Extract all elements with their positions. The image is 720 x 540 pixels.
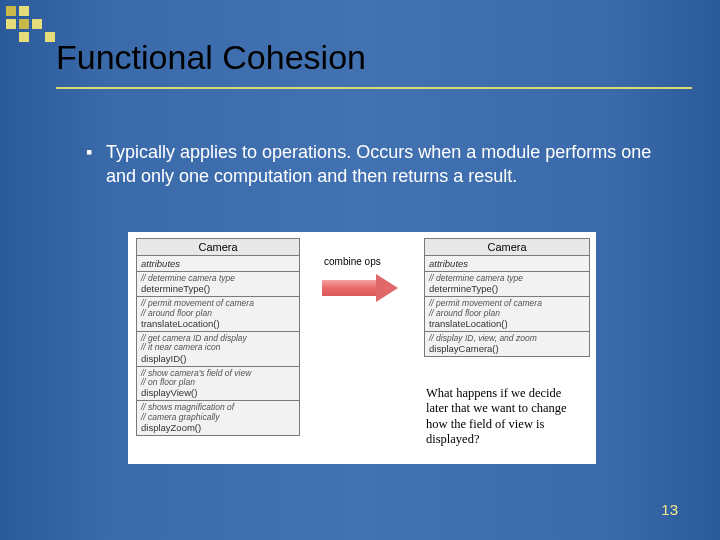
- title-rule: [56, 87, 692, 89]
- title-block: Functional Cohesion: [56, 38, 692, 89]
- bullet-marker: ▪: [86, 140, 106, 189]
- combine-label: combine ops: [324, 256, 381, 267]
- class-attrs: attributes: [137, 256, 299, 272]
- class-name: Camera: [425, 239, 589, 256]
- class-ops-left: // determine camera typedetermineType() …: [137, 272, 299, 435]
- page-number: 13: [661, 501, 678, 518]
- question-text: What happens if we decide later that we …: [424, 380, 590, 459]
- diagram: Camera attributes // determine camera ty…: [128, 232, 596, 464]
- bullet-item: ▪ Typically applies to operations. Occur…: [86, 140, 660, 189]
- class-attrs: attributes: [425, 256, 589, 272]
- class-box-right: Camera attributes // determine camera ty…: [424, 238, 590, 357]
- diagram-left-column: Camera attributes // determine camera ty…: [128, 232, 306, 464]
- class-ops-right: // determine camera typedetermineType() …: [425, 272, 589, 356]
- class-name: Camera: [137, 239, 299, 256]
- corner-decoration: [6, 6, 55, 42]
- diagram-middle-column: combine ops: [306, 232, 420, 464]
- bullet-text: Typically applies to operations. Occurs …: [106, 140, 660, 189]
- diagram-right-column: Camera attributes // determine camera ty…: [420, 232, 596, 464]
- class-box-left: Camera attributes // determine camera ty…: [136, 238, 300, 436]
- arrow-icon: [322, 274, 400, 302]
- slide-title: Functional Cohesion: [56, 38, 692, 87]
